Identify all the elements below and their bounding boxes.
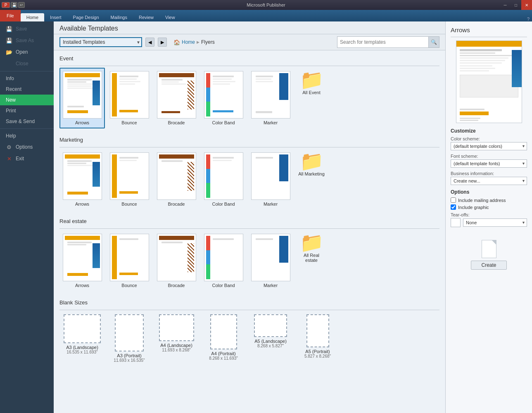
template-event-bounce[interactable]: Bounce xyxy=(107,68,152,128)
preview-thumb xyxy=(456,40,522,123)
blank-label-a5-landscape: A5 (Landscape) xyxy=(254,339,287,344)
folder-all-realestate[interactable]: 📁 All Real estate xyxy=(295,230,328,291)
tab-mailings[interactable]: Mailings xyxy=(105,13,133,21)
tearoff-select[interactable]: None Coupon Contact information Phone te… xyxy=(463,218,527,227)
template-label-realestate-arrows: Arrows xyxy=(75,283,89,288)
template-thumb-realestate-marker xyxy=(251,234,290,281)
window-controls[interactable]: ─ □ ✕ xyxy=(500,0,532,10)
template-marketing-colorband[interactable]: Color Band xyxy=(201,149,246,210)
template-event-arrows[interactable]: Arrows xyxy=(59,68,105,128)
sidebar-item-options[interactable]: ⚙ Options xyxy=(0,141,54,153)
publisher-icon: P xyxy=(2,2,10,8)
maximize-button[interactable]: □ xyxy=(511,0,521,10)
template-event-brocade[interactable]: Brocade xyxy=(154,68,199,128)
blank-a5-portrait[interactable]: A5 (Portrait) 5.827 x 8.268" xyxy=(295,312,340,365)
blank-a3-landscape[interactable]: A3 (Landscape) 16.535 x 11.693" xyxy=(59,312,105,365)
tab-review[interactable]: Review xyxy=(133,13,159,21)
template-thumb-event-bounce xyxy=(110,71,149,119)
tab-page-design[interactable]: Page Design xyxy=(67,13,105,21)
breadcrumb-home-link[interactable]: Home xyxy=(182,39,195,45)
close-button[interactable]: ✕ xyxy=(521,0,532,10)
blank-thumb-a5-portrait xyxy=(306,314,329,347)
template-thumb-realestate-colorband xyxy=(204,234,243,281)
minimize-button[interactable]: ─ xyxy=(500,0,511,10)
sidebar-item-print[interactable]: Print xyxy=(0,105,54,116)
template-marketing-marker[interactable]: Marker xyxy=(248,149,293,210)
options-icon: ⚙ xyxy=(6,144,12,150)
template-thumb-arrows xyxy=(63,71,102,119)
template-realestate-marker[interactable]: Marker xyxy=(248,230,293,291)
business-info-select[interactable]: Create new... xyxy=(451,177,527,185)
save-as-icon: 💾 xyxy=(6,37,12,44)
sidebar-item-info[interactable]: Info xyxy=(0,73,54,84)
sidebar-item-save-send[interactable]: Save & Send xyxy=(0,116,54,127)
template-label-marketing-colorband: Color Band xyxy=(212,202,235,206)
create-button[interactable]: Create xyxy=(471,261,506,270)
blank-a5-landscape[interactable]: A5 (Landscape) 8.268 x 5.827" xyxy=(248,312,293,365)
breadcrumb-home-icon: 🏠 xyxy=(173,39,180,45)
template-label-event-bounce: Bounce xyxy=(121,120,137,125)
sidebar-item-help[interactable]: Help xyxy=(0,131,54,141)
template-realestate-colorband[interactable]: Color Band xyxy=(201,230,246,291)
blank-size-a4-landscape: 11.693 x 8.268" xyxy=(162,348,191,352)
breadcrumb-current: Flyers xyxy=(201,39,215,45)
sidebar-label-save-send: Save & Send xyxy=(6,119,35,124)
title-bar: P 💾 ↩ Microsoft Publisher ─ □ ✕ xyxy=(0,0,532,10)
template-label-marketing-arrows: Arrows xyxy=(75,202,89,206)
folder-all-marketing[interactable]: 📁 All Marketing xyxy=(295,149,328,210)
main-content: Available Templates Installed Templates … xyxy=(54,21,445,413)
quick-access-save[interactable]: 💾 xyxy=(11,2,17,8)
template-marketing-brocade[interactable]: Brocade xyxy=(154,149,199,210)
template-label-event-arrows: Arrows xyxy=(75,120,89,125)
mailing-address-checkbox[interactable] xyxy=(451,197,456,203)
tab-insert[interactable]: Insert xyxy=(44,13,67,21)
search-button[interactable]: 🔍 xyxy=(428,37,439,47)
font-scheme-label: Font scheme: xyxy=(451,154,527,159)
tab-file[interactable]: File xyxy=(0,10,21,21)
sidebar-item-save-as[interactable]: 💾 Save As xyxy=(0,35,54,46)
template-filter-wrap: Installed Templates My Templates New fro… xyxy=(59,37,142,47)
template-realestate-arrows[interactable]: Arrows xyxy=(59,230,105,291)
sidebar-item-open[interactable]: 📂 Open xyxy=(0,46,54,58)
folder-all-event[interactable]: 📁 All Event xyxy=(295,68,328,128)
folder-icon-marketing: 📁 xyxy=(300,152,323,171)
folder-icon-realestate: 📁 xyxy=(300,233,323,252)
template-thumb-realestate-arrows xyxy=(63,234,102,281)
template-realestate-bounce[interactable]: Bounce xyxy=(107,230,152,291)
tearoffs-row: None Coupon Contact information Phone te… xyxy=(451,218,527,227)
include-graphic-checkbox[interactable] xyxy=(451,204,456,210)
sidebar-item-recent[interactable]: Recent xyxy=(0,84,54,95)
blank-a4-portrait[interactable]: A4 (Portrait) 8.268 x 11.693" xyxy=(201,312,246,365)
blank-thumb-a3-portrait xyxy=(115,314,144,351)
template-event-colorband[interactable]: Color Band xyxy=(201,68,246,128)
mailing-address-row: Include mailing address xyxy=(451,197,527,203)
sidebar-item-exit[interactable]: ✕ Exit xyxy=(0,153,54,164)
blank-size-a3-portrait: 11.693 x 16.535" xyxy=(114,358,145,363)
tab-home[interactable]: Home xyxy=(21,13,44,21)
blank-label-a5-portrait: A5 (Portrait) xyxy=(305,349,330,354)
nav-forward-button[interactable]: ▶ xyxy=(158,38,167,47)
sidebar-item-close[interactable]: Close xyxy=(0,58,54,69)
nav-back-button[interactable]: ◀ xyxy=(145,38,154,47)
template-marketing-arrows[interactable]: Arrows xyxy=(59,149,105,210)
quick-access-undo[interactable]: ↩ xyxy=(18,2,25,8)
color-scheme-select[interactable]: (default template colors) Alpine Berry xyxy=(451,142,527,150)
blank-a3-portrait[interactable]: A3 (Portrait) 11.693 x 16.535" xyxy=(107,312,152,365)
tab-view[interactable]: View xyxy=(159,13,181,21)
section-marketing-header: Marketing xyxy=(59,132,439,145)
section-event-header: Event xyxy=(59,50,439,64)
sidebar-item-new[interactable]: New xyxy=(0,95,54,105)
create-doc-visual xyxy=(482,240,496,258)
template-marketing-bounce[interactable]: Bounce xyxy=(107,149,152,210)
folder-label-realestate: All Real estate xyxy=(297,253,325,263)
help-icon[interactable]: ? xyxy=(527,17,530,21)
blank-a4-landscape[interactable]: A4 (Landscape) 11.693 x 8.268" xyxy=(154,312,199,365)
sidebar-item-save[interactable]: 💾 Save xyxy=(0,23,54,35)
blank-thumb-a4-landscape xyxy=(159,314,194,341)
title-bar-controls-left[interactable]: P 💾 ↩ xyxy=(2,2,25,8)
template-filter-select[interactable]: Installed Templates My Templates New fro… xyxy=(59,37,142,47)
search-input[interactable] xyxy=(337,38,428,46)
font-scheme-select[interactable]: (default template fonts) Apex Aspect xyxy=(451,159,527,168)
template-realestate-brocade[interactable]: Brocade xyxy=(154,230,199,291)
template-event-marker[interactable]: Marker xyxy=(248,68,293,128)
